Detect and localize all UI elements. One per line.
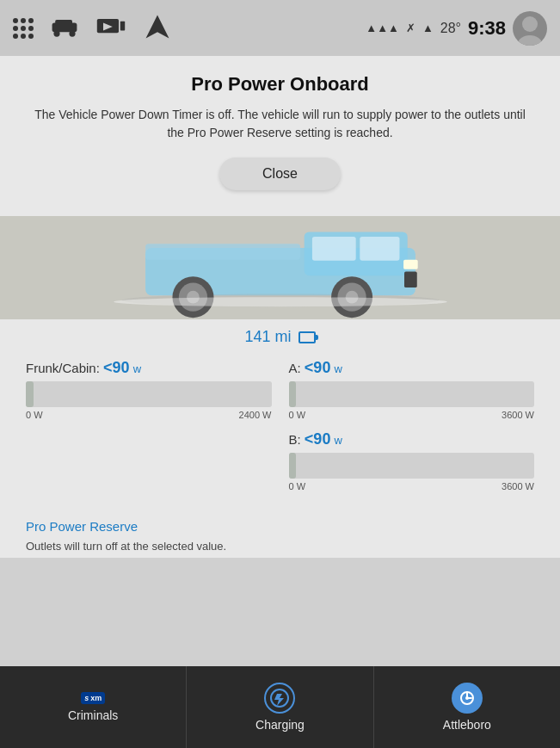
attleboro-icon xyxy=(452,683,483,714)
svg-point-3 xyxy=(69,30,75,36)
bottom-item-charging[interactable]: Charging xyxy=(187,666,373,748)
svg-point-8 xyxy=(522,16,538,32)
frunk-cabin-scale: 0 W 2400 W xyxy=(26,410,272,420)
outlet-a-scale: 0 W 3600 W xyxy=(289,410,535,420)
frunk-cabin-value: <90 xyxy=(103,359,130,376)
mileage-row: 141 mi xyxy=(26,328,534,346)
svg-rect-5 xyxy=(120,21,125,30)
svg-rect-13 xyxy=(360,237,399,261)
bolt-icon: ✗ xyxy=(406,22,415,34)
page-title: Pro Power Onboard xyxy=(26,73,534,96)
svg-point-24 xyxy=(114,297,447,306)
close-button[interactable]: Close xyxy=(219,158,341,190)
reserve-description: Outlets will turn off at the selected va… xyxy=(26,540,226,553)
description-text: The Vehicle Power Down Timer is off. The… xyxy=(26,106,534,142)
svg-rect-12 xyxy=(311,237,355,261)
outlet-a-value: <90 xyxy=(305,359,331,376)
mileage-display: 141 mi xyxy=(244,328,291,346)
outlet-a-label: A: <90 w xyxy=(289,359,535,377)
svg-point-27 xyxy=(465,696,469,700)
svg-point-2 xyxy=(53,30,59,36)
outlet-a-bar xyxy=(289,381,297,407)
right-meters: A: <90 w 0 W 3600 W B: <90 w xyxy=(289,359,535,502)
frunk-cabin-unit: w xyxy=(133,362,141,375)
status-right: ▲▲▲ ✗ ▲ 28° 9:38 xyxy=(366,11,547,46)
bottom-item-sxm[interactable]: s xm Criminals xyxy=(0,666,187,748)
outlet-b-meter: B: <90 w 0 W 3600 W xyxy=(289,430,535,491)
frunk-cabin-meter: Frunk/Cabin: <90 w 0 W 2400 W xyxy=(26,359,272,502)
reserve-section: Pro Power Reserve Outlets will turn off … xyxy=(0,510,560,558)
avatar[interactable] xyxy=(513,11,547,46)
outlet-b-bar-container xyxy=(289,453,535,479)
svg-rect-23 xyxy=(404,272,417,287)
navigation-icon[interactable] xyxy=(142,11,173,46)
svg-rect-22 xyxy=(403,260,418,269)
outlet-b-unit: w xyxy=(335,434,342,447)
outlet-a-bar-container xyxy=(289,381,535,407)
frunk-cabin-bar xyxy=(26,381,34,407)
attleboro-label: Attleboro xyxy=(443,718,491,732)
wifi-icon: ▲ xyxy=(422,22,434,34)
frunk-cabin-bar-container xyxy=(26,381,272,407)
media-icon[interactable] xyxy=(95,11,126,46)
time-display: 9:38 xyxy=(468,17,506,40)
outlet-a-unit: w xyxy=(335,362,342,375)
battery-icon xyxy=(298,331,316,343)
svg-point-9 xyxy=(518,35,542,46)
main-content: Pro Power Onboard The Vehicle Power Down… xyxy=(0,56,560,216)
status-bar: ▲▲▲ ✗ ▲ 28° 9:38 xyxy=(0,0,560,56)
svg-rect-1 xyxy=(55,19,72,25)
outlet-b-scale: 0 W 3600 W xyxy=(289,481,535,491)
charging-label: Charging xyxy=(255,718,305,732)
sxm-icon: s xm xyxy=(81,692,105,704)
truck-image xyxy=(0,216,560,319)
frunk-cabin-label: Frunk/Cabin: <90 w xyxy=(26,359,272,377)
bottom-bar: s xm Criminals Charging Attleboro xyxy=(0,666,560,748)
vehicle-section xyxy=(0,216,560,319)
bottom-item-attleboro[interactable]: Attleboro xyxy=(374,666,560,748)
charging-icon xyxy=(264,683,295,714)
info-section: 141 mi Frunk/Cabin: <90 w 0 W 2400 W A xyxy=(0,319,560,510)
svg-marker-7 xyxy=(146,15,169,38)
outlet-a-meter: A: <90 w 0 W 3600 W xyxy=(289,359,535,420)
outlet-b-bar xyxy=(289,453,297,479)
status-left-icons xyxy=(13,11,173,46)
temperature-display: 28° xyxy=(440,21,461,36)
sxm-label: Criminals xyxy=(68,708,118,722)
pro-power-reserve-link[interactable]: Pro Power Reserve xyxy=(26,519,534,534)
svg-rect-14 xyxy=(145,244,300,259)
outlet-b-label: B: <90 w xyxy=(289,430,535,448)
meters-container: Frunk/Cabin: <90 w 0 W 2400 W A: <90 w xyxy=(26,359,534,502)
signal-icon: ▲▲▲ xyxy=(366,22,399,34)
car-icon[interactable] xyxy=(49,11,80,46)
outlet-b-value: <90 xyxy=(305,430,331,448)
apps-icon[interactable] xyxy=(13,18,34,39)
